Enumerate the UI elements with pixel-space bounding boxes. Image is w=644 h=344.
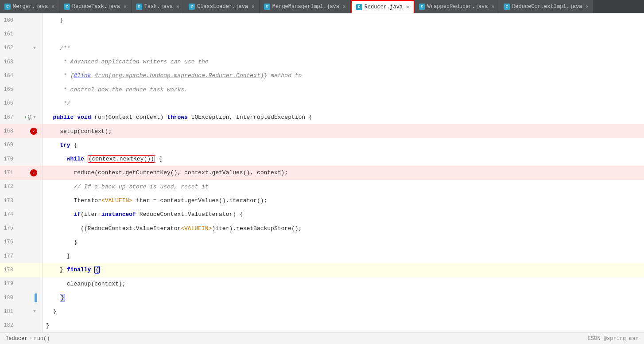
line-num-168: 168 — [0, 128, 16, 134]
line-num-173: 173 — [0, 198, 16, 204]
code-text-174: if(iter instanceof ReduceContext.ValueIt… — [46, 211, 243, 218]
tab-close-reducetask[interactable]: ✕ — [124, 4, 127, 9]
fold-arrow-181[interactable]: ▼ — [32, 309, 37, 314]
code-text-182: } — [46, 322, 50, 329]
tab-mergemanager[interactable]: C MergeManagerImpl.java ✕ — [260, 0, 351, 13]
fold-arrow-167[interactable]: ▼ — [32, 115, 37, 120]
tab-icon-classloader: C — [189, 4, 195, 10]
tab-reducetask[interactable]: C ReduceTask.java ✕ — [59, 0, 132, 13]
code-line-169: try { — [43, 138, 644, 152]
code-text-172: // If a back up store is used, reset it — [46, 184, 209, 190]
tab-label-classloader: ClassLoader.java — [197, 4, 248, 10]
code-line-164: * {@link #run(org.apache.hadoop.mapreduc… — [43, 69, 644, 82]
code-text-173: Iterator<VALUEIN> iter = context.getValu… — [46, 197, 267, 204]
tab-wrappedreducer[interactable]: C WrappedReducer.java ✕ — [415, 0, 499, 13]
gutter-icons-180 — [16, 293, 39, 302]
gutter-row-164: 164 — [0, 69, 42, 82]
line-num-169: 169 — [0, 142, 16, 148]
tab-classloader[interactable]: C ClassLoader.java ✕ — [184, 0, 260, 13]
line-num-178: 178 — [0, 267, 16, 273]
tab-icon-reducer: C — [356, 4, 362, 10]
gutter-row-174: 174 — [0, 207, 42, 221]
code-line-166: */ — [43, 97, 644, 110]
code-text-178: } finally { — [46, 266, 100, 273]
code-line-167: public void run(Context context) throws … — [43, 110, 644, 124]
line-num-180: 180 — [0, 295, 16, 301]
breadcrumb-separator: › — [29, 336, 32, 341]
run-icon-167[interactable]: ⬇ — [24, 115, 27, 120]
error-badge-168[interactable]: ✓ — [30, 128, 37, 135]
code-text-180: } — [46, 294, 65, 301]
tab-merger[interactable]: C Merger.java ✕ — [0, 0, 59, 13]
tab-close-mergemanager[interactable]: ✕ — [343, 4, 346, 9]
gutter-row-181: 181 ▼ — [0, 305, 42, 318]
gutter-row-171: 171 ✓ — [0, 166, 42, 180]
code-text-161 — [46, 31, 50, 37]
tab-close-reducer[interactable]: ✕ — [406, 4, 409, 10]
line-num-167: 167 — [0, 114, 16, 121]
fold-arrow-162[interactable]: ▼ — [32, 45, 37, 51]
breadcrumb-file: Reducer — [5, 336, 27, 342]
code-text-170: while (context.nextKey()) { — [46, 156, 162, 162]
tab-close-classloader[interactable]: ✕ — [252, 4, 255, 9]
gutter-icons-181: ▼ — [16, 309, 39, 314]
tab-close-merger[interactable]: ✕ — [51, 4, 54, 9]
gutter-row-180: 180 — [0, 291, 42, 305]
code-text-169: try { — [46, 142, 77, 149]
line-num-182: 182 — [0, 322, 16, 328]
tab-label-reducer: Reducer.java — [365, 4, 403, 10]
tab-label-task: Task.java — [144, 4, 173, 10]
gutter-row-172: 172 — [0, 180, 42, 194]
gutter-row-160: 160 — [0, 13, 42, 27]
code-area[interactable]: } /** * Advanced application writers can… — [43, 13, 644, 332]
tab-close-task[interactable]: ✕ — [176, 4, 179, 9]
code-line-160: } — [43, 13, 644, 27]
code-line-180: } — [43, 291, 644, 305]
line-num-181: 181 — [0, 309, 16, 315]
tab-icon-mergemanager: C — [264, 4, 270, 10]
line-num-162: 162 — [0, 45, 16, 51]
status-right: CSDN @spring man — [588, 336, 639, 342]
code-line-179: cleanup(context); — [43, 277, 644, 291]
tab-icon-merger: C — [4, 4, 11, 10]
code-text-160: } — [46, 17, 63, 23]
tab-close-wrappedreducer[interactable]: ✕ — [492, 4, 495, 9]
gutter-row-161: 161 — [0, 27, 42, 41]
line-num-174: 174 — [0, 211, 16, 218]
code-line-174: if(iter instanceof ReduceContext.ValueIt… — [43, 207, 644, 221]
code-line-165: * control how the reduce task works. — [43, 82, 644, 96]
line-num-177: 177 — [0, 253, 16, 259]
tab-icon-wrappedreducer: C — [419, 4, 425, 10]
tab-close-reducecontextimpl[interactable]: ✕ — [586, 4, 589, 9]
gutter-row-175: 175 — [0, 221, 42, 235]
breadcrumb-method: run() — [34, 336, 50, 342]
line-num-160: 160 — [0, 17, 16, 23]
gutter-row-162: 162 ▼ — [0, 41, 42, 55]
tab-task[interactable]: C Task.java ✕ — [132, 0, 184, 13]
code-text-166: */ — [46, 100, 70, 107]
code-line-170: while (context.nextKey()) { — [43, 152, 644, 166]
tab-reducecontextimpl[interactable]: C ReduceContextImpl.java ✕ — [499, 0, 594, 13]
tab-label-reducetask: ReduceTask.java — [72, 4, 120, 10]
line-num-179: 179 — [0, 281, 16, 287]
bookmark-bar-180 — [35, 293, 37, 302]
gutter-row-169: 169 — [0, 138, 42, 152]
gutter-row-166: 166 — [0, 97, 42, 110]
error-badge-171[interactable]: ✓ — [30, 169, 37, 176]
gutter-icons-171: ✓ — [16, 169, 39, 176]
code-container: 160 161 162 ▼ 163 164 165 — [0, 13, 644, 332]
breadcrumb: Reducer › run() — [5, 336, 50, 342]
gutter-row-179: 179 — [0, 277, 42, 291]
gutter-row-182: 182 — [0, 319, 42, 332]
gutter-row-178: 178 — [0, 263, 42, 277]
tab-reducer[interactable]: C Reducer.java ✕ — [351, 0, 415, 13]
line-num-172: 172 — [0, 184, 16, 190]
code-line-182: } — [43, 319, 644, 332]
code-line-176: } — [43, 235, 644, 249]
gutter-row-167: 167 ⬇ @ ▼ — [0, 110, 42, 124]
gutter-icons-162: ▼ — [16, 45, 39, 51]
tab-label-merger: Merger.java — [13, 4, 48, 10]
bookmark-icon-167[interactable]: @ — [28, 114, 31, 121]
code-text-162: /** — [46, 45, 70, 51]
code-line-177: } — [43, 249, 644, 263]
